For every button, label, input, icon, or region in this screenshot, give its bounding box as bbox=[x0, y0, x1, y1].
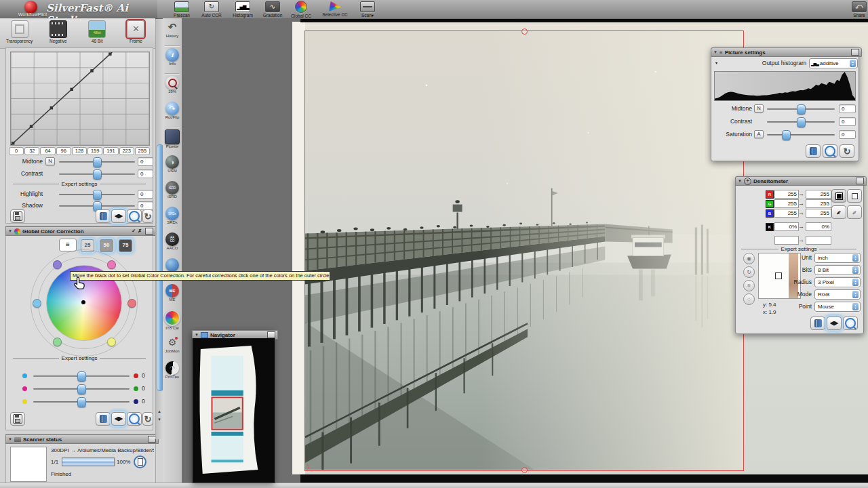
expert-settings-divider[interactable]: Expert settings bbox=[10, 181, 149, 187]
manual-button[interactable] bbox=[96, 209, 111, 223]
me-tool[interactable]: MEME bbox=[163, 284, 182, 302]
cyan-red-slider[interactable] bbox=[33, 375, 130, 377]
highlight-value[interactable]: 0 bbox=[138, 190, 153, 199]
point-dropdown[interactable]: Mouse▲▼ bbox=[814, 302, 861, 312]
cyan-red-thumb[interactable] bbox=[77, 371, 86, 382]
midtone-badge[interactable]: N bbox=[45, 157, 55, 165]
usm-tool[interactable]: ◑USM bbox=[163, 155, 182, 173]
save-preset-button[interactable] bbox=[10, 209, 25, 223]
selective-cc-button[interactable]: Selective CC bbox=[317, 0, 353, 18]
tick-value[interactable]: 223 bbox=[119, 147, 134, 155]
list-mode-button[interactable]: ≡ bbox=[743, 280, 755, 291]
frame-handle-bottom[interactable] bbox=[521, 467, 528, 473]
tick-value[interactable]: 255 bbox=[135, 147, 150, 155]
gradation-button[interactable]: ∿ Gradation bbox=[258, 0, 288, 18]
ps-help-button[interactable] bbox=[823, 144, 837, 158]
dm-help-button[interactable] bbox=[843, 317, 858, 330]
zoom-tool[interactable]: 19% bbox=[163, 76, 182, 94]
aaco-tool[interactable]: AACOAACO bbox=[163, 232, 182, 250]
collapse-triangle-icon[interactable]: ▼ bbox=[738, 179, 742, 183]
radius-dropdown[interactable]: 3 Pixel▲▼ bbox=[814, 277, 861, 287]
midtone-value[interactable]: 0 bbox=[138, 157, 153, 166]
share-button[interactable]: ⤺ Share bbox=[850, 0, 868, 18]
scroll-up-arrow[interactable]: ▲ bbox=[157, 409, 162, 413]
ps-contrast-value[interactable]: 0 bbox=[839, 117, 856, 126]
midtone-slider[interactable] bbox=[59, 161, 135, 163]
ps-midtone-slider[interactable] bbox=[767, 108, 835, 110]
gcc-preset-menu-button[interactable]: ≡ bbox=[59, 239, 77, 251]
pipette-tool[interactable]: Pipette bbox=[163, 129, 182, 148]
jobmon-tool[interactable]: ⚙JobMon bbox=[163, 336, 182, 353]
wheel-dot-cyan[interactable] bbox=[33, 299, 41, 308]
collapse-triangle-icon[interactable]: ▼ bbox=[8, 229, 12, 233]
wheel-dot-red[interactable] bbox=[127, 299, 136, 308]
ps-midtone-thumb[interactable] bbox=[797, 104, 806, 115]
gcc-reset-button[interactable]: ↻ bbox=[142, 412, 153, 426]
midtone-slider-thumb[interactable] bbox=[93, 157, 102, 167]
magenta-green-thumb[interactable] bbox=[77, 384, 86, 394]
ps-midtone-badge[interactable]: N bbox=[754, 104, 764, 113]
ps-saturation-value[interactable]: 0 bbox=[839, 130, 856, 139]
contrast-value[interactable]: 0 bbox=[138, 169, 153, 178]
discard-x-icon[interactable]: ✗ bbox=[138, 228, 142, 234]
panel-detach-icon[interactable] bbox=[851, 49, 859, 56]
left-column-scrollbar[interactable]: ▲ ▼ bbox=[155, 19, 163, 439]
magenta-green-slider[interactable] bbox=[33, 388, 130, 390]
gcc-expert-divider[interactable]: Expert settings bbox=[10, 355, 149, 361]
gcc-strength-75-button[interactable]: 75 bbox=[119, 239, 132, 252]
collapse-triangle-icon[interactable]: ▼ bbox=[8, 437, 12, 441]
histogram-mode-dropdown[interactable]: ▂▅▃ additive ▲▼ bbox=[809, 58, 858, 68]
tick-value[interactable]: 64 bbox=[40, 147, 55, 155]
densitometer-expert-divider[interactable]: Expert settings bbox=[738, 246, 859, 252]
scan-frame-selection[interactable]: 1 bbox=[304, 30, 744, 471]
scanner-status-header[interactable]: ▼ Scanner status bbox=[5, 434, 159, 444]
highlight-slider-thumb[interactable] bbox=[93, 190, 102, 200]
tutorial-button[interactable] bbox=[111, 209, 126, 223]
job-document-icon[interactable] bbox=[134, 455, 146, 468]
info-tool[interactable]: iInfo bbox=[163, 48, 182, 66]
black-point-button[interactable] bbox=[831, 189, 846, 203]
isrd-tool[interactable]: iSRDiSRD bbox=[163, 181, 182, 199]
white-pipette-button[interactable]: ✒ bbox=[847, 205, 862, 219]
wheel-dot-yellow[interactable] bbox=[107, 338, 116, 346]
yellow-blue-slider[interactable] bbox=[33, 401, 130, 403]
target-mode-button[interactable]: ◉ bbox=[743, 253, 755, 264]
panel-detach-icon[interactable] bbox=[267, 331, 275, 338]
mode-dropdown[interactable]: RGB▲▼ bbox=[814, 289, 861, 300]
collapse-triangle-icon[interactable]: ▼ bbox=[713, 50, 717, 54]
tick-value[interactable]: 159 bbox=[87, 147, 102, 155]
custom-after-field[interactable] bbox=[806, 236, 831, 245]
histogram-button[interactable]: ▂▅▇▃ Histogram bbox=[228, 0, 258, 18]
ps-saturation-badge[interactable]: A bbox=[754, 130, 764, 138]
srdx-tool[interactable]: SRDxSRDx bbox=[163, 207, 182, 224]
contrast-slider[interactable] bbox=[59, 174, 135, 175]
global-cc-button[interactable]: Global CC bbox=[286, 0, 316, 18]
gcc-help-button[interactable] bbox=[127, 412, 142, 426]
wheel-dot-violet[interactable] bbox=[53, 260, 62, 269]
it8-cal-tool[interactable]: IT8 Cal bbox=[163, 310, 182, 330]
ps-manual-button[interactable] bbox=[806, 144, 821, 158]
prescan-button[interactable]: Prescan bbox=[167, 0, 197, 18]
sub-expander-icon[interactable]: ▾ bbox=[715, 60, 717, 65]
shadow-slider[interactable] bbox=[59, 205, 135, 207]
gcc-tutorial-button[interactable] bbox=[111, 412, 126, 426]
collapse-triangle-icon[interactable]: ▼ bbox=[195, 333, 199, 337]
gcc-manual-button[interactable] bbox=[96, 412, 111, 426]
white-point-button[interactable] bbox=[847, 189, 862, 203]
wheel-dot-green[interactable] bbox=[53, 338, 62, 346]
tick-value[interactable]: 128 bbox=[72, 147, 87, 155]
tick-value[interactable]: 0 bbox=[9, 147, 24, 155]
black-pipette-button[interactable]: ✒ bbox=[831, 205, 846, 219]
color-wheel-black-dot[interactable] bbox=[81, 300, 85, 304]
ps-reset-button[interactable]: ↻ bbox=[840, 144, 854, 158]
yellow-blue-thumb[interactable] bbox=[77, 397, 86, 407]
custom-before-field[interactable] bbox=[774, 236, 799, 245]
tick-value[interactable]: 191 bbox=[103, 147, 118, 155]
printao-tool[interactable]: ◠PrinTao bbox=[163, 361, 182, 379]
gcc-save-button[interactable] bbox=[10, 412, 25, 426]
picture-settings-header[interactable]: ▼ ≡ Picture settings bbox=[711, 47, 862, 57]
bits-dropdown[interactable]: 8 Bit▲▼ bbox=[814, 265, 861, 275]
ps-contrast-slider[interactable] bbox=[767, 121, 835, 123]
scrollbar-thumb[interactable] bbox=[157, 144, 163, 391]
navigator-body[interactable] bbox=[192, 338, 275, 483]
